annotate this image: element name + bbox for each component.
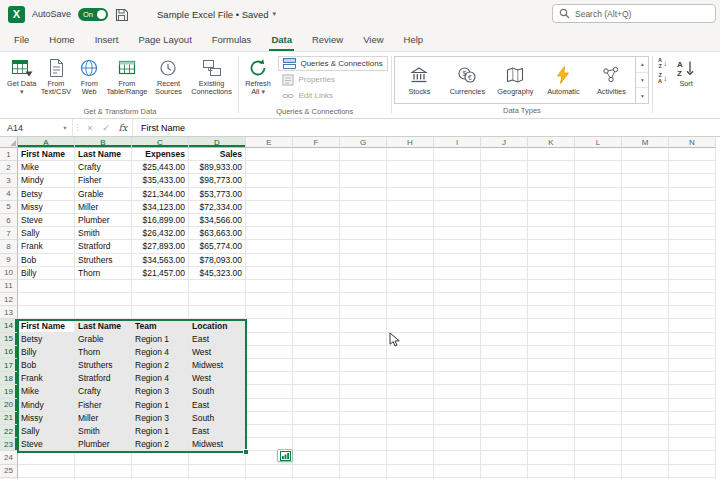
cell-J12[interactable]: [481, 293, 528, 306]
cell-I20[interactable]: [434, 399, 481, 412]
cell-I19[interactable]: [434, 385, 481, 398]
cell-M21[interactable]: [622, 412, 669, 425]
cell-A22[interactable]: Sally: [18, 425, 75, 438]
cell-G25[interactable]: [340, 465, 387, 478]
cell-I9[interactable]: [434, 254, 481, 267]
cell-M1[interactable]: [622, 148, 669, 161]
cell-H7[interactable]: [387, 227, 434, 240]
cell-I3[interactable]: [434, 174, 481, 187]
cell-B4[interactable]: Grable: [75, 188, 132, 201]
cell-A10[interactable]: Billy: [18, 267, 75, 280]
document-title[interactable]: Sample Excel File • Saved ▾: [157, 9, 276, 20]
cell-M6[interactable]: [622, 214, 669, 227]
cell-I6[interactable]: [434, 214, 481, 227]
cell-M11[interactable]: [622, 280, 669, 293]
cell-K15[interactable]: [528, 333, 575, 346]
cell-J15[interactable]: [481, 333, 528, 346]
cell-J8[interactable]: [481, 240, 528, 253]
cell-M7[interactable]: [622, 227, 669, 240]
cell-A21[interactable]: Missy: [18, 412, 75, 425]
cell-K25[interactable]: [528, 465, 575, 478]
cell-D9[interactable]: $78,093.00: [189, 254, 246, 267]
cell-M5[interactable]: [622, 201, 669, 214]
cell-E16[interactable]: [246, 346, 293, 359]
cell-A1[interactable]: First Name: [18, 148, 75, 161]
cell-J17[interactable]: [481, 359, 528, 372]
cell-M22[interactable]: [622, 425, 669, 438]
cell-B18[interactable]: Stratford: [75, 372, 132, 385]
column-header-B[interactable]: B: [75, 137, 132, 148]
cell-M10[interactable]: [622, 267, 669, 280]
cell-E1[interactable]: [246, 148, 293, 161]
formula-bar-splitter[interactable]: ⋮: [72, 119, 82, 136]
row-header-25[interactable]: 25: [0, 465, 18, 478]
cell-E18[interactable]: [246, 372, 293, 385]
cell-L1[interactable]: [575, 148, 622, 161]
tab-file[interactable]: File: [4, 28, 39, 51]
cell-D1[interactable]: Sales: [189, 148, 246, 161]
cell-G4[interactable]: [340, 188, 387, 201]
cell-A13[interactable]: [18, 306, 75, 319]
cell-E21[interactable]: [246, 412, 293, 425]
cell-B2[interactable]: Crafty: [75, 161, 132, 174]
cell-M13[interactable]: [622, 306, 669, 319]
cell-F7[interactable]: [293, 227, 340, 240]
cell-A3[interactable]: Mindy: [18, 174, 75, 187]
column-header-M[interactable]: M: [622, 137, 669, 148]
cell-A8[interactable]: Frank: [18, 240, 75, 253]
cell-K4[interactable]: [528, 188, 575, 201]
cell-I16[interactable]: [434, 346, 481, 359]
cell-M17[interactable]: [622, 359, 669, 372]
cell-G5[interactable]: [340, 201, 387, 214]
cell-L19[interactable]: [575, 385, 622, 398]
cell-K17[interactable]: [528, 359, 575, 372]
cell-F4[interactable]: [293, 188, 340, 201]
cell-B15[interactable]: Grable: [75, 333, 132, 346]
cell-N12[interactable]: [669, 293, 716, 306]
cell-F11[interactable]: [293, 280, 340, 293]
tab-data[interactable]: Data: [261, 28, 302, 51]
cell-H5[interactable]: [387, 201, 434, 214]
cell-N11[interactable]: [669, 280, 716, 293]
cell-I8[interactable]: [434, 240, 481, 253]
cell-F12[interactable]: [293, 293, 340, 306]
cell-E5[interactable]: [246, 201, 293, 214]
cell-L17[interactable]: [575, 359, 622, 372]
cell-F3[interactable]: [293, 174, 340, 187]
automatic-button[interactable]: Automatic: [539, 57, 587, 103]
cell-E3[interactable]: [246, 174, 293, 187]
cell-J18[interactable]: [481, 372, 528, 385]
cell-L9[interactable]: [575, 254, 622, 267]
cell-C15[interactable]: Region 1: [132, 333, 189, 346]
cell-N17[interactable]: [669, 359, 716, 372]
cell-D3[interactable]: $98,773.00: [189, 174, 246, 187]
insert-function-button[interactable]: fx: [114, 119, 132, 136]
cell-L8[interactable]: [575, 240, 622, 253]
cell-K22[interactable]: [528, 425, 575, 438]
recent-sources-button[interactable]: Recent Sources: [149, 53, 188, 97]
cell-G7[interactable]: [340, 227, 387, 240]
cell-C14[interactable]: Team: [132, 319, 189, 332]
cell-G22[interactable]: [340, 425, 387, 438]
cell-N2[interactable]: [669, 161, 716, 174]
sort-button[interactable]: AZ Sort: [669, 53, 703, 88]
cell-J2[interactable]: [481, 161, 528, 174]
cell-A20[interactable]: Mindy: [18, 399, 75, 412]
cell-K20[interactable]: [528, 399, 575, 412]
cell-I14[interactable]: [434, 319, 481, 332]
cell-D22[interactable]: East: [189, 425, 246, 438]
cell-B9[interactable]: Struthers: [75, 254, 132, 267]
cell-E17[interactable]: [246, 359, 293, 372]
cell-F1[interactable]: [293, 148, 340, 161]
cell-F23[interactable]: [293, 438, 340, 451]
cell-J1[interactable]: [481, 148, 528, 161]
cell-F20[interactable]: [293, 399, 340, 412]
cell-B7[interactable]: Smith: [75, 227, 132, 240]
column-header-H[interactable]: H: [387, 137, 434, 148]
cell-J19[interactable]: [481, 385, 528, 398]
cell-G1[interactable]: [340, 148, 387, 161]
cell-K21[interactable]: [528, 412, 575, 425]
cell-C7[interactable]: $26,432.00: [132, 227, 189, 240]
cell-E8[interactable]: [246, 240, 293, 253]
cell-G13[interactable]: [340, 306, 387, 319]
